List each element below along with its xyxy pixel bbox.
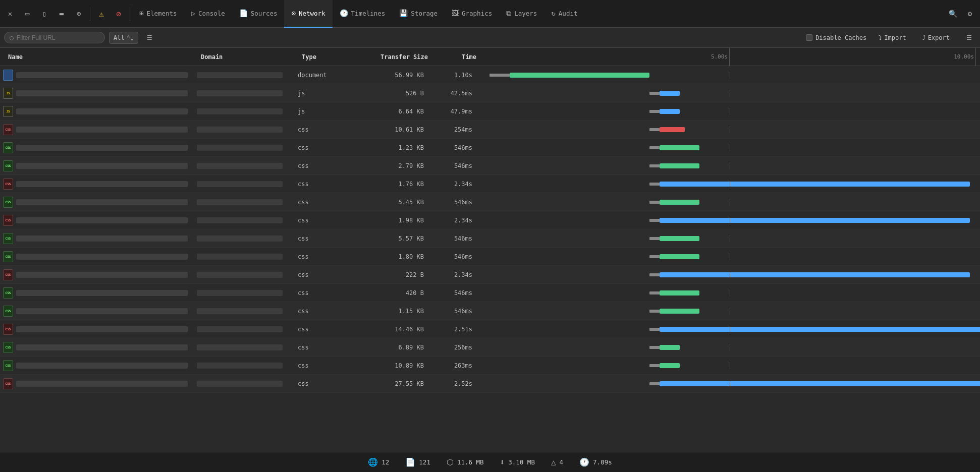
graphics-icon: 🖼 [452,9,459,17]
cell-time: 254ms [429,126,479,133]
filter-input[interactable] [17,34,87,41]
cell-waterfall [479,157,980,175]
tab-network[interactable]: ⊙ Network [284,0,332,28]
network-icon: ⊙ [291,9,295,17]
col-header-type[interactable]: Type [302,53,367,61]
domain-name [197,254,283,260]
audit-icon: ↻ [551,9,555,17]
list-options-button[interactable]: ☰ [142,31,156,45]
cell-time: 546ms [429,144,479,151]
tab-storage[interactable]: 💾 Storage [392,0,445,28]
doc-icon: 📄 [405,457,415,467]
tab-layers[interactable]: ⧉ Layers [499,0,544,28]
cell-waterfall [479,229,980,248]
table-row[interactable]: JS js526 B42.5ms [0,84,980,102]
tab-timelines[interactable]: 🕐 Timelines [333,0,393,28]
file-icon [3,70,13,81]
file-icon: CSS [3,142,13,153]
disable-caches-checkbox[interactable] [806,34,812,41]
table-row[interactable]: CSS css1.98 KB2.34s [0,211,980,229]
undock-button[interactable]: ▭ [19,4,35,24]
table-row[interactable]: CSS css222 B2.34s [0,266,980,284]
file-name [16,235,188,242]
cell-name [0,70,197,81]
domains-icon: △ [551,457,556,467]
table-row[interactable]: CSS css1.76 KB2.34s [0,175,980,193]
table-row[interactable]: CSS css2.79 KB546ms [0,157,980,175]
globe-icon: 🌐 [368,457,378,467]
import-button[interactable]: ⤵ Import [875,32,910,43]
col-header-domain[interactable]: Domain [201,53,302,61]
file-icon: CSS [3,160,13,171]
requests-count: 12 [382,458,389,466]
tab-sources[interactable]: 📄 Sources [232,0,285,28]
filter-input-wrap[interactable]: ○ [4,32,105,43]
dock-side-button[interactable]: ▯ [36,4,52,24]
file-name [16,181,188,187]
all-dropdown[interactable]: All ⌃⌄ [109,32,138,44]
cell-type: css [298,181,363,188]
col-header-size[interactable]: Transfer Size [367,53,433,61]
table-row[interactable]: JS js6.64 KB47.9ms [0,102,980,121]
table-row[interactable]: CSS css14.46 KB2.51s [0,320,980,338]
cell-name: JS [0,88,197,99]
status-downloaded: ⬇ 3.10 MB [500,457,535,467]
table-row[interactable]: CSS css27.55 KB2.52s [0,375,980,393]
settings-button[interactable]: ⚙ [962,4,978,24]
cell-time: 546ms [429,289,479,297]
waterfall-divider-10s [975,48,976,66]
cell-type: css [298,326,363,333]
table-row[interactable]: CSS css1.80 KB546ms [0,248,980,266]
crosshair-button[interactable]: ⊕ [71,4,87,24]
disable-caches-toggle[interactable]: Disable Caches [806,34,866,41]
file-icon: CSS [3,251,13,262]
table-row[interactable]: CSS css5.45 KB546ms [0,193,980,211]
table-row[interactable]: CSS css420 B546ms [0,284,980,302]
waterfall-label-10s: 10.00s [954,53,974,60]
cell-domain [197,145,298,151]
search-button[interactable]: 🔍 [945,4,961,24]
cell-time: 2.34s [429,271,479,278]
cell-size: 222 B [363,271,429,278]
close-button[interactable]: ✕ [2,4,18,24]
col-header-name[interactable]: Name [4,53,201,61]
tab-console[interactable]: ▷ Console [184,0,232,28]
cell-size: 27.55 KB [363,380,429,387]
tab-graphics[interactable]: 🖼 Graphics [445,0,499,28]
domain-name [197,272,283,278]
cell-type: css [298,289,363,297]
cell-domain [197,235,298,242]
domains-count: 4 [560,458,564,466]
tab-elements-label: Elements [146,10,177,17]
tab-layers-label: Layers [514,10,537,17]
col-header-waterfall: 5.00s 10.00s [483,48,976,66]
table-row[interactable]: CSS css5.57 KB546ms [0,229,980,248]
table-row[interactable]: CSS css6.89 KB256ms [0,338,980,357]
status-domains: △ 4 [551,457,563,467]
dock-bottom-button[interactable]: ▬ [53,4,70,24]
cell-waterfall [479,284,980,302]
table-row[interactable]: CSS css1.15 KB546ms [0,302,980,320]
waterfall-label-5s: 5.00s [711,53,728,60]
cell-type: css [298,271,363,278]
domain-name [197,72,283,78]
cell-type: css [298,217,363,224]
file-name [16,344,188,350]
cell-size: 10.61 KB [363,126,429,133]
status-time: 🕐 7.09s [579,457,612,467]
file-name [16,145,188,151]
table-row[interactable]: document56.99 KB1.10s [0,66,980,84]
domain-name [197,290,283,296]
more-options-button[interactable]: ☰ [962,31,976,45]
table-row[interactable]: CSS css1.23 KB546ms [0,139,980,157]
col-header-time[interactable]: Time [433,53,483,61]
file-icon: CSS [3,215,13,226]
table-row[interactable]: CSS css10.61 KB254ms [0,121,980,139]
tab-elements[interactable]: ⊞ Elements [132,0,184,28]
table-row[interactable]: CSS css10.89 KB263ms [0,357,980,375]
export-button[interactable]: ⤴ Export [918,32,954,43]
cell-domain [197,308,298,314]
domain-name [197,108,283,114]
tab-audit[interactable]: ↻ Audit [544,0,584,28]
cell-domain [197,381,298,387]
